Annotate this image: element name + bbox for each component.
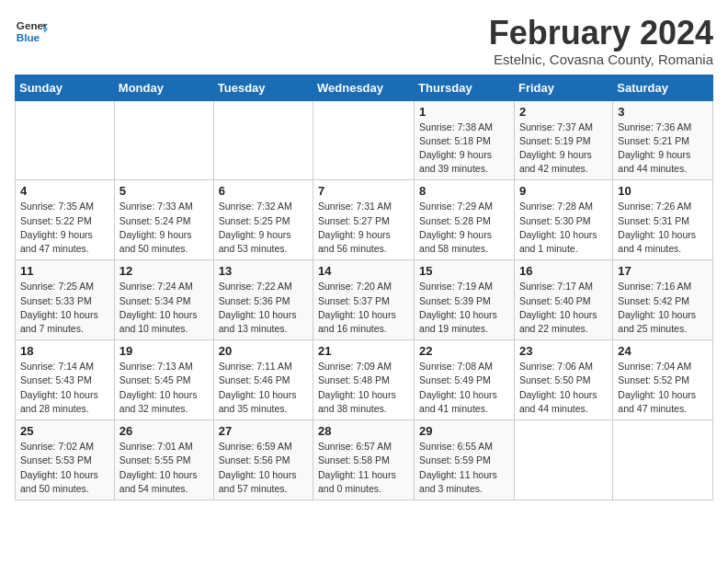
calendar-cell: 26Sunrise: 7:01 AM Sunset: 5:55 PM Dayli… bbox=[114, 420, 213, 500]
week-row-1: 1Sunrise: 7:38 AM Sunset: 5:18 PM Daylig… bbox=[16, 100, 713, 180]
day-info: Sunrise: 7:14 AM Sunset: 5:43 PM Dayligh… bbox=[20, 360, 109, 416]
calendar-cell: 9Sunrise: 7:28 AM Sunset: 5:30 PM Daylig… bbox=[514, 180, 612, 260]
day-info: Sunrise: 7:17 AM Sunset: 5:40 PM Dayligh… bbox=[519, 280, 608, 336]
calendar-cell: 14Sunrise: 7:20 AM Sunset: 5:37 PM Dayli… bbox=[313, 260, 415, 340]
day-info: Sunrise: 7:28 AM Sunset: 5:30 PM Dayligh… bbox=[519, 200, 608, 256]
calendar-cell: 12Sunrise: 7:24 AM Sunset: 5:34 PM Dayli… bbox=[114, 260, 213, 340]
day-number: 18 bbox=[20, 344, 109, 358]
day-number: 13 bbox=[219, 264, 308, 278]
day-info: Sunrise: 7:11 AM Sunset: 5:46 PM Dayligh… bbox=[219, 360, 308, 416]
day-info: Sunrise: 7:20 AM Sunset: 5:37 PM Dayligh… bbox=[318, 280, 409, 336]
week-row-3: 11Sunrise: 7:25 AM Sunset: 5:33 PM Dayli… bbox=[16, 260, 713, 340]
svg-text:Blue: Blue bbox=[17, 31, 40, 43]
calendar-cell: 18Sunrise: 7:14 AM Sunset: 5:43 PM Dayli… bbox=[16, 340, 115, 420]
calendar-cell bbox=[16, 100, 115, 180]
day-info: Sunrise: 7:29 AM Sunset: 5:28 PM Dayligh… bbox=[419, 200, 509, 256]
calendar-cell: 2Sunrise: 7:37 AM Sunset: 5:19 PM Daylig… bbox=[514, 100, 612, 180]
day-number: 12 bbox=[119, 264, 209, 278]
calendar-cell: 25Sunrise: 7:02 AM Sunset: 5:53 PM Dayli… bbox=[16, 420, 115, 500]
title-area: February 2024 Estelnic, Covasna County, … bbox=[489, 15, 713, 67]
calendar-cell: 16Sunrise: 7:17 AM Sunset: 5:40 PM Dayli… bbox=[514, 260, 612, 340]
day-number: 8 bbox=[419, 184, 509, 198]
day-number: 7 bbox=[318, 184, 409, 198]
day-info: Sunrise: 7:02 AM Sunset: 5:53 PM Dayligh… bbox=[20, 440, 109, 496]
day-number: 15 bbox=[419, 264, 509, 278]
day-number: 14 bbox=[318, 264, 409, 278]
day-number: 24 bbox=[618, 344, 708, 358]
page-header: General Blue February 2024 Estelnic, Cov… bbox=[15, 15, 713, 67]
calendar-cell: 4Sunrise: 7:35 AM Sunset: 5:22 PM Daylig… bbox=[16, 180, 115, 260]
calendar-cell: 21Sunrise: 7:09 AM Sunset: 5:48 PM Dayli… bbox=[313, 340, 415, 420]
day-info: Sunrise: 7:33 AM Sunset: 5:24 PM Dayligh… bbox=[119, 200, 209, 256]
week-row-2: 4Sunrise: 7:35 AM Sunset: 5:22 PM Daylig… bbox=[16, 180, 713, 260]
calendar-cell: 28Sunrise: 6:57 AM Sunset: 5:58 PM Dayli… bbox=[313, 420, 415, 500]
day-info: Sunrise: 7:25 AM Sunset: 5:33 PM Dayligh… bbox=[20, 280, 109, 336]
calendar-cell: 1Sunrise: 7:38 AM Sunset: 5:18 PM Daylig… bbox=[415, 100, 515, 180]
calendar-cell: 7Sunrise: 7:31 AM Sunset: 5:27 PM Daylig… bbox=[313, 180, 415, 260]
calendar-cell bbox=[514, 420, 612, 500]
day-info: Sunrise: 7:36 AM Sunset: 5:21 PM Dayligh… bbox=[618, 121, 708, 177]
calendar-cell bbox=[313, 100, 415, 180]
day-info: Sunrise: 7:01 AM Sunset: 5:55 PM Dayligh… bbox=[119, 440, 209, 496]
calendar-body: 1Sunrise: 7:38 AM Sunset: 5:18 PM Daylig… bbox=[16, 100, 713, 500]
calendar-title: February 2024 bbox=[489, 15, 713, 52]
day-number: 23 bbox=[519, 344, 608, 358]
day-number: 28 bbox=[318, 424, 409, 438]
day-number: 26 bbox=[119, 424, 209, 438]
day-info: Sunrise: 7:16 AM Sunset: 5:42 PM Dayligh… bbox=[618, 280, 708, 336]
calendar-cell: 19Sunrise: 7:13 AM Sunset: 5:45 PM Dayli… bbox=[114, 340, 213, 420]
calendar-cell: 6Sunrise: 7:32 AM Sunset: 5:25 PM Daylig… bbox=[213, 180, 313, 260]
day-info: Sunrise: 7:32 AM Sunset: 5:25 PM Dayligh… bbox=[219, 200, 308, 256]
col-saturday: Saturday bbox=[613, 75, 713, 100]
day-number: 20 bbox=[219, 344, 308, 358]
calendar-cell: 17Sunrise: 7:16 AM Sunset: 5:42 PM Dayli… bbox=[613, 260, 713, 340]
header-row: Sunday Monday Tuesday Wednesday Thursday… bbox=[16, 75, 713, 100]
calendar-cell: 15Sunrise: 7:19 AM Sunset: 5:39 PM Dayli… bbox=[415, 260, 515, 340]
day-number: 1 bbox=[419, 105, 509, 119]
day-number: 25 bbox=[20, 424, 109, 438]
day-info: Sunrise: 7:24 AM Sunset: 5:34 PM Dayligh… bbox=[119, 280, 209, 336]
calendar-subtitle: Estelnic, Covasna County, Romania bbox=[489, 52, 713, 67]
calendar-cell bbox=[213, 100, 313, 180]
calendar-cell: 11Sunrise: 7:25 AM Sunset: 5:33 PM Dayli… bbox=[16, 260, 115, 340]
day-number: 4 bbox=[20, 184, 109, 198]
day-info: Sunrise: 7:19 AM Sunset: 5:39 PM Dayligh… bbox=[419, 280, 509, 336]
day-info: Sunrise: 7:22 AM Sunset: 5:36 PM Dayligh… bbox=[219, 280, 308, 336]
day-number: 22 bbox=[419, 344, 509, 358]
col-sunday: Sunday bbox=[16, 75, 115, 100]
day-number: 5 bbox=[119, 184, 209, 198]
day-number: 10 bbox=[618, 184, 708, 198]
calendar-cell: 22Sunrise: 7:08 AM Sunset: 5:49 PM Dayli… bbox=[415, 340, 515, 420]
day-info: Sunrise: 7:35 AM Sunset: 5:22 PM Dayligh… bbox=[20, 200, 109, 256]
calendar-cell: 20Sunrise: 7:11 AM Sunset: 5:46 PM Dayli… bbox=[213, 340, 313, 420]
calendar-table: Sunday Monday Tuesday Wednesday Thursday… bbox=[15, 75, 713, 500]
calendar-cell bbox=[613, 420, 713, 500]
day-info: Sunrise: 7:04 AM Sunset: 5:52 PM Dayligh… bbox=[618, 360, 708, 416]
col-wednesday: Wednesday bbox=[313, 75, 415, 100]
day-number: 2 bbox=[519, 105, 608, 119]
week-row-5: 25Sunrise: 7:02 AM Sunset: 5:53 PM Dayli… bbox=[16, 420, 713, 500]
day-number: 29 bbox=[419, 424, 509, 438]
day-info: Sunrise: 6:57 AM Sunset: 5:58 PM Dayligh… bbox=[318, 440, 409, 496]
day-number: 6 bbox=[219, 184, 308, 198]
day-info: Sunrise: 7:06 AM Sunset: 5:50 PM Dayligh… bbox=[519, 360, 608, 416]
day-number: 9 bbox=[519, 184, 608, 198]
col-tuesday: Tuesday bbox=[213, 75, 313, 100]
week-row-4: 18Sunrise: 7:14 AM Sunset: 5:43 PM Dayli… bbox=[16, 340, 713, 420]
day-number: 16 bbox=[519, 264, 608, 278]
day-info: Sunrise: 7:08 AM Sunset: 5:49 PM Dayligh… bbox=[419, 360, 509, 416]
col-thursday: Thursday bbox=[415, 75, 515, 100]
day-info: Sunrise: 7:13 AM Sunset: 5:45 PM Dayligh… bbox=[119, 360, 209, 416]
day-info: Sunrise: 7:38 AM Sunset: 5:18 PM Dayligh… bbox=[419, 121, 509, 177]
calendar-cell: 10Sunrise: 7:26 AM Sunset: 5:31 PM Dayli… bbox=[613, 180, 713, 260]
logo-icon: General Blue bbox=[15, 15, 48, 48]
calendar-cell: 5Sunrise: 7:33 AM Sunset: 5:24 PM Daylig… bbox=[114, 180, 213, 260]
calendar-cell: 13Sunrise: 7:22 AM Sunset: 5:36 PM Dayli… bbox=[213, 260, 313, 340]
day-info: Sunrise: 7:31 AM Sunset: 5:27 PM Dayligh… bbox=[318, 200, 409, 256]
day-info: Sunrise: 7:09 AM Sunset: 5:48 PM Dayligh… bbox=[318, 360, 409, 416]
day-number: 17 bbox=[618, 264, 708, 278]
calendar-cell: 23Sunrise: 7:06 AM Sunset: 5:50 PM Dayli… bbox=[514, 340, 612, 420]
calendar-cell: 3Sunrise: 7:36 AM Sunset: 5:21 PM Daylig… bbox=[613, 100, 713, 180]
calendar-cell bbox=[114, 100, 213, 180]
day-info: Sunrise: 6:55 AM Sunset: 5:59 PM Dayligh… bbox=[419, 440, 509, 496]
